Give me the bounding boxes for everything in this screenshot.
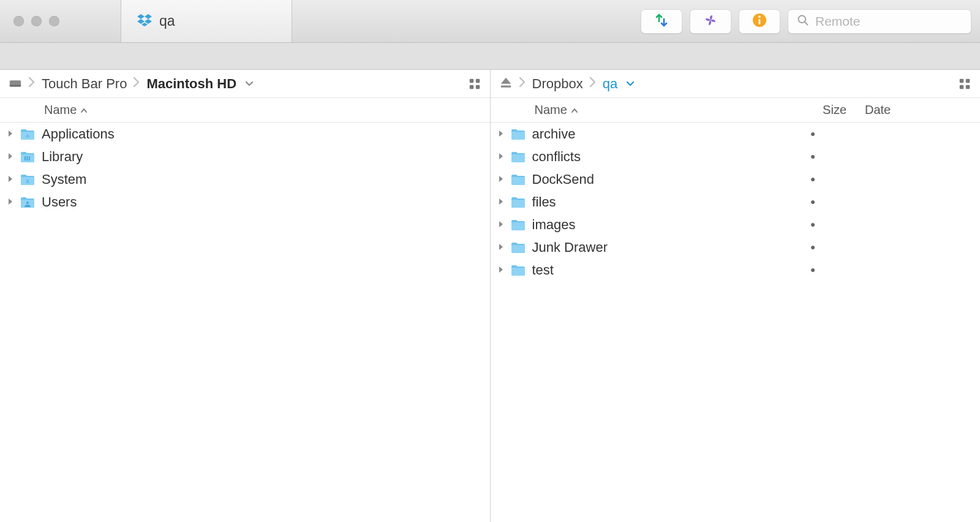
file-row[interactable]: DockSend• [491, 168, 981, 191]
svg-line-9 [805, 21, 808, 25]
search-box[interactable] [788, 9, 971, 34]
chevron-down-icon[interactable] [626, 78, 635, 89]
tab-qa[interactable]: qa [121, 0, 292, 42]
file-size: • [779, 262, 846, 278]
disclosure-triangle-icon[interactable] [498, 174, 510, 184]
disclosure-triangle-icon[interactable] [498, 129, 510, 139]
svg-point-21 [26, 202, 29, 204]
svg-text:A: A [26, 133, 29, 139]
disclosure-triangle-icon[interactable] [7, 197, 20, 207]
folder-icon: X [20, 173, 38, 186]
file-size: • [779, 126, 846, 142]
file-row[interactable]: Users [0, 191, 490, 213]
info-button[interactable] [739, 9, 780, 34]
folder-icon [510, 150, 529, 164]
file-row[interactable]: images• [491, 213, 981, 236]
svg-rect-13 [475, 78, 479, 82]
svg-rect-25 [960, 85, 963, 88]
breadcrumb-qa[interactable]: qa [603, 76, 617, 92]
tab-title: qa [159, 13, 175, 29]
sort-asc-icon [80, 105, 88, 115]
file-row[interactable]: files• [491, 191, 981, 213]
search-input[interactable] [815, 14, 962, 29]
minimize-window-button[interactable] [31, 16, 42, 26]
close-window-button[interactable] [13, 16, 24, 26]
activity-button[interactable] [690, 9, 731, 34]
file-row[interactable]: XSystem [0, 168, 490, 191]
file-size: • [779, 172, 846, 187]
svg-rect-14 [469, 85, 473, 88]
disk-icon[interactable] [9, 76, 22, 92]
column-size[interactable]: Size [779, 103, 846, 117]
svg-rect-22 [500, 85, 511, 87]
file-name: images [529, 217, 780, 233]
disclosure-triangle-icon[interactable] [498, 219, 510, 230]
file-size: • [779, 217, 846, 233]
folder-icon [510, 195, 529, 209]
file-row[interactable]: conflicts• [491, 145, 981, 168]
file-row[interactable]: AApplications [0, 123, 490, 145]
svg-rect-12 [469, 78, 473, 82]
svg-rect-6 [759, 19, 761, 25]
folder-icon: A [20, 127, 38, 141]
titlebar: qa [0, 0, 980, 43]
folder-icon [510, 263, 529, 277]
sync-button[interactable] [641, 9, 682, 34]
right-pane: Dropbox qa Name Size Date archive•confli… [491, 70, 981, 522]
search-icon [797, 14, 809, 29]
svg-marker-0 [137, 14, 145, 19]
file-size: • [779, 240, 846, 255]
zoom-window-button[interactable] [49, 16, 59, 26]
grid-view-button[interactable] [958, 77, 971, 91]
file-row[interactable]: Junk Drawer• [491, 236, 981, 259]
tabs: qa [121, 0, 292, 42]
left-pane: Touch Bar Pro Macintosh HD Name AApplica… [0, 70, 491, 522]
svg-rect-18 [27, 156, 28, 161]
svg-marker-4 [141, 23, 148, 26]
disclosure-triangle-icon[interactable] [7, 129, 20, 139]
breadcrumb-dropbox[interactable]: Dropbox [532, 76, 583, 92]
column-name[interactable]: Name [535, 103, 780, 117]
disclosure-triangle-icon[interactable] [498, 197, 510, 207]
file-name: archive [529, 126, 780, 142]
column-date-label: Date [865, 103, 891, 116]
disclosure-triangle-icon[interactable] [7, 174, 20, 184]
main: Touch Bar Pro Macintosh HD Name AApplica… [0, 70, 980, 522]
svg-point-7 [758, 15, 761, 18]
left-pathbar: Touch Bar Pro Macintosh HD [0, 70, 490, 98]
disclosure-triangle-icon[interactable] [7, 151, 20, 162]
svg-rect-19 [29, 156, 30, 161]
info-icon [752, 13, 767, 30]
disclosure-triangle-icon[interactable] [498, 242, 510, 252]
eject-icon[interactable] [499, 76, 513, 92]
column-date[interactable]: Date [846, 103, 969, 117]
column-name-label: Name [535, 103, 567, 117]
left-list-header: Name [0, 98, 490, 123]
toolbar-right [641, 9, 971, 34]
svg-rect-24 [966, 78, 970, 82]
breadcrumb-macintosh-hd[interactable]: Macintosh HD [146, 76, 236, 92]
chevron-right-icon [589, 77, 597, 91]
file-name: Library [38, 149, 479, 165]
column-size-label: Size [823, 103, 846, 116]
file-row[interactable]: test• [491, 259, 981, 281]
file-row[interactable]: archive• [491, 123, 981, 145]
disclosure-triangle-icon[interactable] [498, 265, 510, 275]
chevron-down-icon[interactable] [245, 78, 254, 89]
disclosure-triangle-icon[interactable] [498, 151, 510, 162]
file-name: System [38, 172, 479, 187]
folder-icon [510, 173, 529, 186]
svg-rect-15 [475, 85, 479, 88]
pinwheel-icon [703, 13, 718, 30]
file-name: Applications [38, 126, 479, 142]
folder-icon [20, 195, 38, 209]
column-name[interactable]: Name [44, 103, 479, 117]
column-name-label: Name [44, 103, 77, 117]
svg-marker-3 [145, 19, 152, 24]
svg-rect-23 [960, 78, 963, 82]
breadcrumb-touch-bar-pro[interactable]: Touch Bar Pro [42, 76, 127, 92]
folder-icon [20, 150, 38, 164]
grid-view-button[interactable] [468, 77, 481, 91]
file-name: DockSend [529, 172, 780, 187]
file-row[interactable]: Library [0, 145, 490, 168]
